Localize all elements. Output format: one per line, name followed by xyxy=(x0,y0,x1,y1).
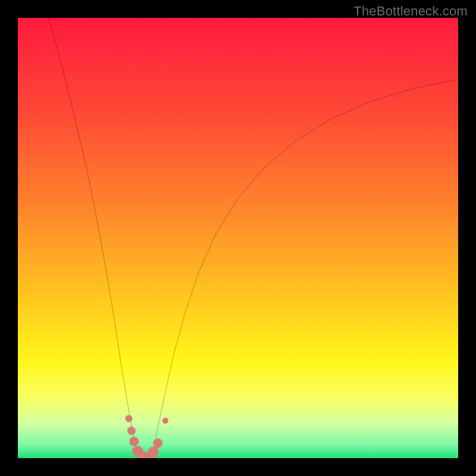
marker-7 xyxy=(148,447,159,458)
marker-2 xyxy=(127,427,136,435)
marker-9 xyxy=(162,418,168,424)
marker-8 xyxy=(153,439,162,448)
marker-3 xyxy=(129,437,139,446)
chart-frame: TheBottleneck.com xyxy=(0,0,476,476)
series-bottleneck-left xyxy=(49,18,140,458)
curve-layer xyxy=(18,18,458,458)
watermark-text: TheBottleneck.com xyxy=(353,4,468,19)
series-bottleneck-right xyxy=(151,80,458,458)
marker-1 xyxy=(125,415,132,422)
plot-area xyxy=(18,18,458,458)
